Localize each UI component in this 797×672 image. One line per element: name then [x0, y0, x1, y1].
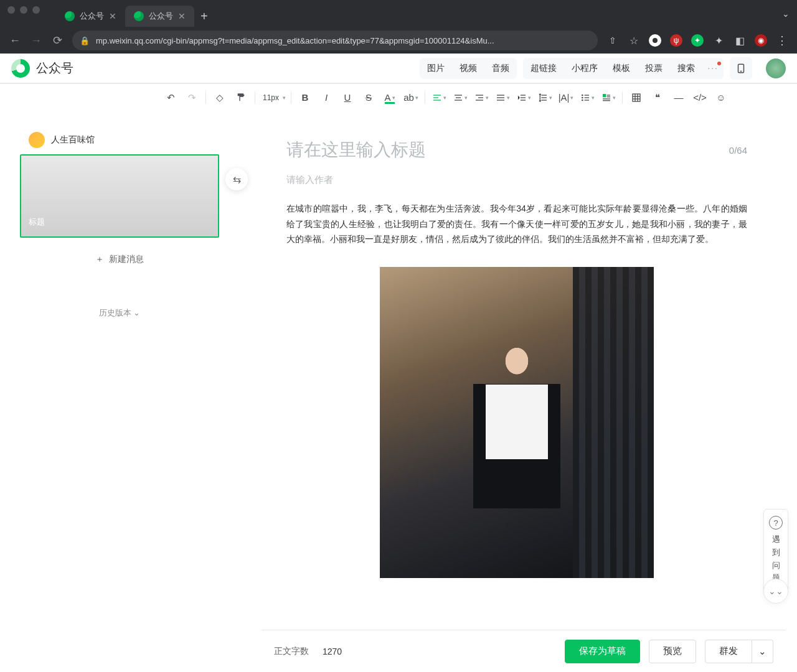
save-draft-button[interactable]: 保存为草稿 [565, 640, 640, 663]
profile-avatar-icon[interactable]: ◉ [755, 34, 767, 47]
align-left-button[interactable] [430, 89, 448, 106]
insert-template-button[interactable]: 模板 [605, 58, 638, 79]
history-versions-button[interactable]: 历史版本 ⌄ [20, 281, 219, 319]
svg-rect-30 [603, 98, 610, 99]
tab-title: 公众号 [149, 11, 173, 22]
browser-tab[interactable]: 公众号 ✕ [56, 6, 125, 27]
undo-button[interactable]: ↶ [162, 89, 179, 106]
insert-video-button[interactable]: 视频 [452, 58, 484, 79]
float-button[interactable] [600, 89, 617, 106]
notification-dot-icon [717, 62, 721, 65]
logo-mark-icon [11, 59, 30, 78]
insert-group: 超链接 小程序 模板 投票 搜索 ··· [523, 58, 724, 79]
redo-button[interactable]: ↷ [183, 89, 200, 106]
table-button[interactable] [628, 89, 645, 106]
window-menu-icon[interactable]: ⌄ [782, 9, 790, 19]
article-thumbnail[interactable]: 标题 [20, 154, 219, 238]
title-input[interactable]: 请在这里输入标题 [286, 138, 729, 162]
share-icon[interactable]: ⇧ [606, 34, 619, 47]
underline-button[interactable]: U [339, 89, 356, 106]
clear-format-button[interactable]: ◇ [211, 89, 229, 106]
word-count-label: 正文字数 [274, 646, 309, 657]
indent-button[interactable] [515, 89, 532, 106]
new-message-label: 新建消息 [109, 254, 144, 265]
tab-title: 公众号 [80, 11, 104, 22]
svg-rect-29 [606, 96, 610, 97]
insert-vote-button[interactable]: 投票 [638, 58, 670, 79]
collapse-button[interactable]: ⌄⌄ [763, 579, 788, 604]
forward-icon[interactable]: → [30, 34, 42, 47]
browser-tab[interactable]: 公众号 ✕ [125, 6, 194, 27]
svg-rect-31 [603, 100, 610, 101]
body-text[interactable]: 在城市的喧嚣中，我，李飞，每天都在为生活奔波。我今年34岁，看起来可能比实际年龄… [286, 201, 747, 247]
format-toolbar: ↶ ↷ ◇ 11px B I U S A ab |A| ❝ — </> ☺ [0, 83, 797, 111]
app-header: 公众号 图片 视频 音频 超链接 小程序 模板 投票 搜索 ··· [0, 54, 797, 83]
address-bar[interactable]: 🔒 mp.weixin.qq.com/cgi-bin/appmsg?t=medi… [72, 30, 598, 50]
user-avatar[interactable] [766, 58, 786, 78]
insert-audio-button[interactable]: 音频 [484, 58, 517, 79]
preview-button[interactable]: 预览 [649, 640, 696, 663]
tab-close-icon[interactable]: ✕ [109, 11, 116, 21]
line-height-button[interactable] [536, 89, 554, 106]
title-counter: 0/64 [729, 145, 747, 156]
extensions-icon[interactable]: ✦ [712, 34, 725, 47]
window-close-dot[interactable] [7, 6, 15, 14]
align-center-button[interactable] [451, 89, 469, 106]
window-max-dot[interactable] [32, 6, 40, 14]
list-button[interactable] [578, 89, 596, 106]
window-min-dot[interactable] [20, 6, 27, 14]
reload-icon[interactable]: ⟳ [51, 34, 64, 47]
strikethrough-button[interactable]: S [360, 89, 377, 106]
text-color-button[interactable]: A [381, 89, 398, 106]
separator [205, 91, 206, 104]
bookmark-icon[interactable]: ☆ [628, 34, 640, 47]
extension-record-icon[interactable] [649, 34, 661, 47]
sidebar: 人生百味馆 标题 ＋ 新建消息 历史版本 ⌄ [20, 126, 219, 672]
svg-rect-28 [606, 95, 610, 95]
code-button[interactable]: </> [691, 89, 709, 106]
svg-point-22 [582, 97, 582, 98]
help-icon: ? [769, 516, 783, 530]
align-justify-button[interactable] [494, 89, 511, 106]
publish-dropdown-button[interactable]: ⌄ [752, 640, 773, 663]
author-input[interactable]: 请输入作者 [286, 174, 747, 186]
chevron-down-icon: ⌄ [133, 308, 140, 317]
insert-search-button[interactable]: 搜索 [670, 58, 702, 79]
tab-close-icon[interactable]: ✕ [178, 11, 186, 21]
body-image[interactable] [380, 267, 654, 578]
svg-point-23 [582, 100, 582, 100]
publish-button[interactable]: 群发 [705, 640, 752, 663]
app-logo[interactable]: 公众号 [11, 59, 73, 78]
phone-preview-button[interactable] [730, 57, 752, 80]
insert-more-button[interactable]: ··· [702, 58, 724, 79]
history-label: 历史版本 [99, 308, 131, 317]
account-row[interactable]: 人生百味馆 [20, 126, 219, 154]
tab-favicon-icon [65, 11, 75, 21]
insert-image-button[interactable]: 图片 [420, 58, 452, 79]
word-count-value: 1270 [323, 646, 342, 656]
extension-grammarly-icon[interactable]: ✦ [691, 34, 704, 47]
back-icon[interactable]: ← [9, 34, 21, 47]
insert-miniprogram-button[interactable]: 小程序 [564, 58, 605, 79]
account-name: 人生百味馆 [51, 134, 95, 146]
align-right-button[interactable] [473, 89, 490, 106]
font-size-select[interactable]: 11px [260, 89, 286, 106]
italic-button[interactable]: I [318, 89, 335, 106]
extension-pi-icon[interactable]: ψ [670, 34, 682, 47]
letter-spacing-button[interactable]: |A| [557, 89, 575, 106]
thumbnail-label: 标题 [29, 217, 45, 228]
bold-button[interactable]: B [296, 89, 314, 106]
plus-icon: ＋ [95, 254, 104, 265]
new-tab-button[interactable]: + [194, 9, 214, 24]
new-message-button[interactable]: ＋ 新建消息 [20, 238, 219, 281]
quote-button[interactable]: ❝ [649, 89, 666, 106]
hr-button[interactable]: — [670, 89, 687, 106]
media-group: 图片 视频 音频 [420, 58, 517, 79]
insert-link-button[interactable]: 超链接 [523, 58, 564, 79]
emoji-button[interactable]: ☺ [712, 89, 730, 106]
sidepanel-icon[interactable]: ◧ [733, 34, 746, 47]
format-painter-button[interactable] [232, 89, 250, 106]
tab-favicon-icon [134, 11, 144, 21]
highlight-button[interactable]: ab [402, 89, 420, 106]
browser-menu-icon[interactable]: ⋮ [776, 34, 788, 47]
